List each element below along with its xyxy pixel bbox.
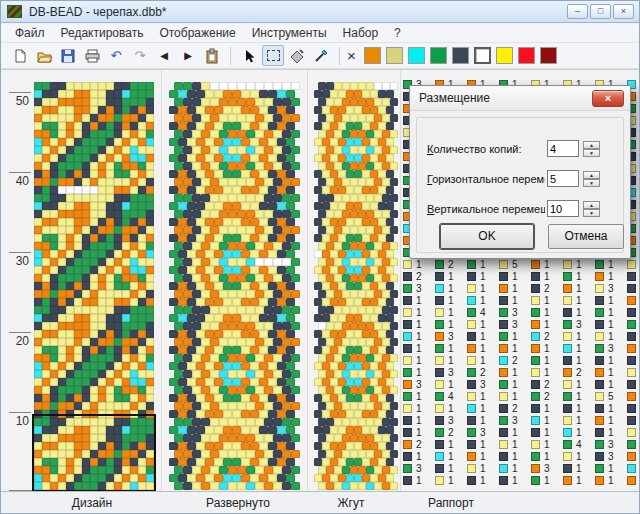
bead[interactable]: [342, 290, 350, 298]
bead[interactable]: [318, 162, 326, 170]
bead[interactable]: [34, 394, 42, 402]
bead[interactable]: [74, 282, 82, 290]
bead[interactable]: [264, 258, 273, 266]
bead[interactable]: [386, 138, 394, 146]
bead[interactable]: [58, 386, 66, 394]
bead[interactable]: [338, 266, 346, 274]
bead[interactable]: [210, 82, 219, 90]
bead[interactable]: [390, 370, 398, 378]
bead[interactable]: [277, 266, 286, 274]
bead[interactable]: [82, 82, 90, 90]
bead[interactable]: [66, 98, 74, 106]
bead[interactable]: [34, 282, 42, 290]
bead[interactable]: [98, 258, 106, 266]
bead[interactable]: [382, 146, 390, 154]
bead[interactable]: [219, 290, 228, 298]
bead[interactable]: [114, 402, 122, 410]
bead[interactable]: [205, 394, 214, 402]
bead[interactable]: [106, 402, 114, 410]
bead[interactable]: [338, 298, 346, 306]
bead[interactable]: [90, 194, 98, 202]
bead[interactable]: [90, 122, 98, 130]
bead[interactable]: [214, 330, 223, 338]
palette-swatch[interactable]: [474, 47, 491, 64]
bead[interactable]: [50, 354, 58, 362]
bead[interactable]: [58, 226, 66, 234]
bead[interactable]: [374, 354, 382, 362]
bead[interactable]: [219, 146, 228, 154]
bead[interactable]: [330, 266, 338, 274]
bead[interactable]: [366, 450, 374, 458]
bead[interactable]: [138, 202, 146, 210]
bead[interactable]: [74, 378, 82, 386]
bead[interactable]: [183, 114, 192, 122]
bead[interactable]: [42, 458, 50, 466]
bead[interactable]: [196, 426, 205, 434]
palette-swatch[interactable]: [540, 47, 557, 64]
bead[interactable]: [122, 170, 130, 178]
bead[interactable]: [374, 162, 382, 170]
bead[interactable]: [82, 210, 90, 218]
bead[interactable]: [246, 306, 255, 314]
bead[interactable]: [378, 170, 386, 178]
bead[interactable]: [66, 146, 74, 154]
bead[interactable]: [282, 98, 291, 106]
bead[interactable]: [106, 218, 114, 226]
bead[interactable]: [66, 394, 74, 402]
bead[interactable]: [201, 226, 210, 234]
bead[interactable]: [237, 338, 246, 346]
bead[interactable]: [146, 138, 154, 146]
bead[interactable]: [342, 114, 350, 122]
bead[interactable]: [314, 394, 322, 402]
bead[interactable]: [106, 466, 114, 474]
bead[interactable]: [210, 242, 219, 250]
bead[interactable]: [223, 410, 232, 418]
bead[interactable]: [138, 298, 146, 306]
bead[interactable]: [34, 186, 42, 194]
bead[interactable]: [390, 306, 398, 314]
bead[interactable]: [241, 202, 250, 210]
bead[interactable]: [183, 82, 192, 90]
bead[interactable]: [378, 458, 386, 466]
bead[interactable]: [362, 266, 370, 274]
horizontal-shift-input[interactable]: [547, 170, 579, 187]
bead[interactable]: [205, 442, 214, 450]
bead[interactable]: [50, 234, 58, 242]
bead[interactable]: [386, 362, 394, 370]
bead[interactable]: [362, 378, 370, 386]
bead[interactable]: [214, 282, 223, 290]
bead[interactable]: [277, 410, 286, 418]
bead[interactable]: [350, 434, 358, 442]
bead[interactable]: [291, 130, 300, 138]
bead[interactable]: [362, 234, 370, 242]
bead[interactable]: [178, 250, 187, 258]
bead[interactable]: [358, 178, 366, 186]
bead[interactable]: [183, 322, 192, 330]
bead[interactable]: [114, 242, 122, 250]
bead[interactable]: [174, 370, 183, 378]
bead[interactable]: [82, 378, 90, 386]
bead[interactable]: [259, 202, 268, 210]
bead[interactable]: [66, 90, 74, 98]
bead[interactable]: [58, 90, 66, 98]
bead[interactable]: [314, 314, 322, 322]
bead[interactable]: [196, 154, 205, 162]
bead[interactable]: [178, 314, 187, 322]
bead[interactable]: [374, 114, 382, 122]
bead[interactable]: [205, 458, 214, 466]
bead[interactable]: [382, 114, 390, 122]
bead[interactable]: [330, 378, 338, 386]
bead[interactable]: [268, 346, 277, 354]
bead[interactable]: [98, 362, 106, 370]
bead[interactable]: [291, 306, 300, 314]
bead[interactable]: [205, 362, 214, 370]
bead[interactable]: [273, 146, 282, 154]
bead[interactable]: [390, 450, 398, 458]
bead[interactable]: [390, 178, 398, 186]
bead[interactable]: [146, 186, 154, 194]
bead[interactable]: [178, 122, 187, 130]
bead[interactable]: [237, 210, 246, 218]
bead[interactable]: [98, 122, 106, 130]
bead[interactable]: [390, 130, 398, 138]
bead[interactable]: [259, 138, 268, 146]
